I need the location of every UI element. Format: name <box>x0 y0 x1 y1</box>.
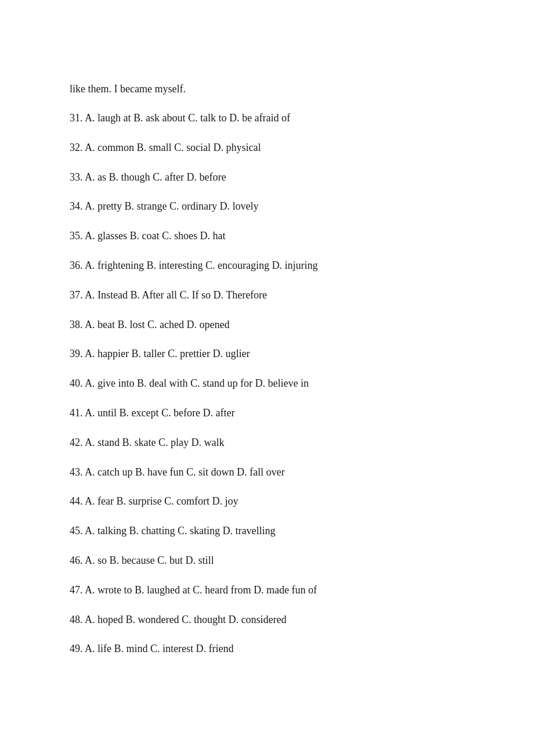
question-number: 37. <box>70 289 85 301</box>
question-options: A. so B. because C. but D. still <box>85 555 214 566</box>
question-number: 33. <box>70 171 85 183</box>
question-number: 36. <box>70 260 85 271</box>
question-row: 39. A. happier B. taller C. prettier D. … <box>70 345 464 362</box>
question-row: 41. A. until B. except C. before D. afte… <box>70 405 464 422</box>
question-row: 47. A. wrote to B. laughed at C. heard f… <box>70 582 464 599</box>
question-number: 48. <box>70 614 85 625</box>
question-number: 42. <box>70 437 85 448</box>
question-number: 39. <box>70 348 85 359</box>
question-number: 49. <box>70 643 85 654</box>
question-row: 34. A. pretty B. strange C. ordinary D. … <box>70 198 464 215</box>
question-options: A. wrote to B. laughed at C. heard from … <box>85 584 317 596</box>
question-number: 46. <box>70 555 85 566</box>
question-number: 34. <box>70 200 85 212</box>
question-number: 43. <box>70 466 85 478</box>
question-options: A. beat B. lost C. ached D. opened <box>85 319 229 330</box>
question-row: 31. A. laugh at B. ask about C. talk to … <box>70 110 464 127</box>
question-number: 31. <box>70 112 85 124</box>
question-options: A. give into B. deal with C. stand up fo… <box>85 377 309 389</box>
question-options: A. pretty B. strange C. ordinary D. love… <box>85 200 258 212</box>
question-row: 42. A. stand B. skate C. play D. walk <box>70 434 464 451</box>
question-row: 40. A. give into B. deal with C. stand u… <box>70 375 464 392</box>
question-options: A. life B. mind C. interest D. friend <box>85 643 233 654</box>
question-row: 32. A. common B. small C. social D. phys… <box>70 139 464 156</box>
question-row: 43. A. catch up B. have fun C. sit down … <box>70 464 464 481</box>
question-row: 45. A. talking B. chatting C. skating D.… <box>70 523 464 539</box>
question-options: A. talking B. chatting C. skating D. tra… <box>85 525 275 537</box>
question-number: 45. <box>70 525 85 537</box>
question-number: 47. <box>70 584 85 596</box>
question-row: 36. A. frightening B. interesting C. enc… <box>70 257 464 274</box>
question-number: 38. <box>70 319 85 330</box>
question-row: 38. A. beat B. lost C. ached D. opened <box>70 316 464 333</box>
question-options: A. catch up B. have fun C. sit down D. f… <box>85 466 284 478</box>
question-row: 33. A. as B. though C. after D. before <box>70 169 464 186</box>
question-options: A. fear B. surprise C. comfort D. joy <box>85 495 238 507</box>
question-options: A. frightening B. interesting C. encoura… <box>85 260 317 271</box>
question-number: 40. <box>70 377 85 389</box>
question-row: 35. A. glasses B. coat C. shoes D. hat <box>70 228 464 244</box>
question-row: 44. A. fear B. surprise C. comfort D. jo… <box>70 493 464 510</box>
intro-text: like them. I became myself. <box>70 81 464 97</box>
question-number: 35. <box>70 230 85 242</box>
question-row: 46. A. so B. because C. but D. still <box>70 552 464 569</box>
question-options: A. laugh at B. ask about C. talk to D. b… <box>85 112 290 124</box>
question-options: A. hoped B. wondered C. thought D. consi… <box>85 614 286 625</box>
question-options: A. stand B. skate C. play D. walk <box>85 437 224 448</box>
question-options: A. glasses B. coat C. shoes D. hat <box>85 230 225 242</box>
question-options: A. as B. though C. after D. before <box>85 171 226 183</box>
question-options: A. until B. except C. before D. after <box>85 407 234 419</box>
question-number: 44. <box>70 495 85 507</box>
question-number: 32. <box>70 142 85 153</box>
question-options: A. Instead B. After all C. If so D. Ther… <box>85 289 267 301</box>
question-options: A. common B. small C. social D. physical <box>85 142 261 153</box>
question-number: 41. <box>70 407 85 419</box>
question-row: 49. A. life B. mind C. interest D. frien… <box>70 640 464 657</box>
question-row: 37. A. Instead B. After all C. If so D. … <box>70 287 464 304</box>
question-options: A. happier B. taller C. prettier D. ugli… <box>85 348 250 359</box>
question-row: 48. A. hoped B. wondered C. thought D. c… <box>70 611 464 628</box>
